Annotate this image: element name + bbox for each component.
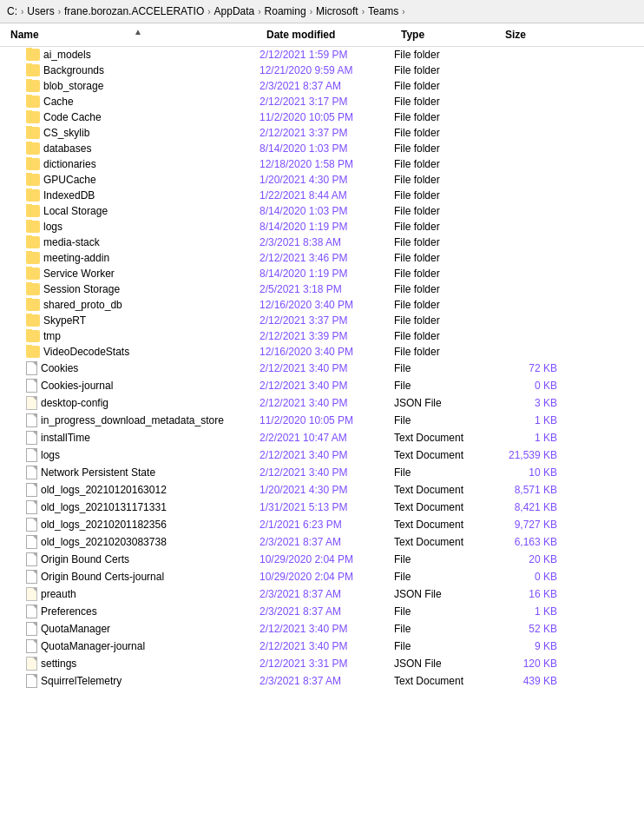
file-size (495, 257, 564, 259)
folder-icon (26, 346, 40, 358)
table-row[interactable]: old_logs_20210201182356 2/1/2021 6:23 PM… (0, 516, 644, 533)
table-row[interactable]: databases 8/14/2020 1:03 PM File folder (0, 141, 644, 156)
file-date: 8/14/2020 1:03 PM (256, 142, 391, 155)
json-file-icon (26, 587, 37, 601)
file-size (495, 69, 564, 71)
file-size (495, 320, 564, 321)
file-name: logs (41, 449, 60, 461)
file-name: VideoDecodeStats (43, 346, 129, 358)
json-file-icon (26, 657, 37, 671)
file-type: Text Document (391, 431, 495, 445)
table-row[interactable]: tmp 2/12/2021 3:39 PM File folder (0, 328, 644, 344)
breadcrumb-users[interactable]: Users (27, 5, 54, 17)
breadcrumb-user[interactable]: frane.borozan.ACCELERATIO (64, 5, 204, 17)
col-header-date[interactable]: Date modified (263, 25, 398, 44)
table-row[interactable]: Origin Bound Certs 10/29/2020 2:04 PM Fi… (0, 551, 644, 568)
file-name: CS_skylib (43, 127, 89, 139)
file-type: File folder (391, 95, 495, 109)
file-date: 2/12/2021 3:37 PM (256, 126, 391, 140)
file-name: Cookies (41, 362, 78, 374)
file-date: 2/3/2021 8:38 AM (256, 235, 391, 249)
table-row[interactable]: Local Storage 8/14/2020 1:03 PM File fol… (0, 203, 644, 219)
folder-icon (26, 96, 40, 108)
table-row[interactable]: shared_proto_db 12/16/2020 3:40 PM File … (0, 297, 644, 313)
file-name: logs (43, 221, 62, 233)
file-date: 2/1/2021 6:23 PM (256, 518, 391, 532)
table-row[interactable]: Backgrounds 12/21/2020 9:59 AM File fold… (0, 63, 644, 78)
file-date: 2/12/2021 3:39 PM (256, 329, 391, 343)
file-name: QuotaManager (41, 623, 110, 635)
breadcrumb-roaming[interactable]: Roaming (265, 5, 306, 17)
table-row[interactable]: old_logs_20210120163012 1/20/2021 4:30 P… (0, 481, 644, 499)
file-size (495, 85, 564, 87)
file-type: File (391, 466, 495, 479)
table-row[interactable]: QuotaManager 2/12/2021 3:40 PM File 52 K… (0, 620, 644, 638)
table-row[interactable]: old_logs_20210131171331 1/31/2021 5:13 P… (0, 499, 644, 516)
file-icon (26, 674, 37, 688)
file-icon (26, 570, 37, 584)
file-name: Cache (43, 96, 74, 108)
file-date: 2/2/2021 10:47 AM (256, 431, 391, 445)
table-row[interactable]: desktop-config 2/12/2021 3:40 PM JSON Fi… (0, 394, 644, 412)
file-name: Local Storage (43, 205, 108, 217)
breadcrumb-teams[interactable]: Teams (368, 5, 398, 17)
col-header-size[interactable]: Size (502, 25, 571, 44)
table-row[interactable]: SquirrelTelemetry 2/3/2021 8:37 AM Text … (0, 672, 644, 690)
table-row[interactable]: in_progress_download_metadata_store 11/2… (0, 412, 644, 429)
table-row[interactable]: meeting-addin 2/12/2021 3:46 PM File fol… (0, 250, 644, 266)
table-row[interactable]: blob_storage 2/3/2021 8:37 AM File folde… (0, 78, 644, 94)
file-type: Text Document (391, 500, 495, 514)
file-name: installTime (41, 432, 90, 444)
table-row[interactable]: Cache 2/12/2021 3:17 PM File folder (0, 94, 644, 109)
file-type: File folder (391, 48, 495, 62)
table-row[interactable]: GPUCache 1/20/2021 4:30 PM File folder (0, 172, 644, 188)
table-row[interactable]: CS_skylib 2/12/2021 3:37 PM File folder (0, 125, 644, 141)
file-type: File folder (391, 220, 495, 234)
table-row[interactable]: media-stack 2/3/2021 8:38 AM File folder (0, 235, 644, 250)
file-type: File (391, 605, 495, 618)
table-row[interactable]: Session Storage 2/5/2021 3:18 PM File fo… (0, 281, 644, 297)
folder-icon (26, 268, 40, 280)
file-size: 1 KB (495, 605, 564, 618)
file-type: File folder (391, 110, 495, 124)
table-row[interactable]: Cookies-journal 2/12/2021 3:40 PM File 0… (0, 377, 644, 394)
table-row[interactable]: VideoDecodeStats 12/16/2020 3:40 PM File… (0, 344, 644, 360)
table-row[interactable]: Network Persistent State 2/12/2021 3:40 … (0, 464, 644, 481)
breadcrumb[interactable]: C: › Users › frane.borozan.ACCELERATIO ›… (0, 0, 644, 23)
breadcrumb-microsoft[interactable]: Microsoft (316, 5, 358, 17)
table-row[interactable]: Cookies 2/12/2021 3:40 PM File 72 KB (0, 360, 644, 377)
folder-icon (26, 283, 40, 295)
table-row[interactable]: ai_models 2/12/2021 1:59 PM File folder (0, 47, 644, 63)
table-row[interactable]: preauth 2/3/2021 8:37 AM JSON File 16 KB (0, 585, 644, 603)
folder-icon (26, 314, 40, 327)
table-row[interactable]: logs 2/12/2021 3:40 PM Text Document 21,… (0, 446, 644, 464)
file-size: 0 KB (495, 570, 564, 584)
file-name: desktop-config (41, 397, 108, 409)
folder-icon (26, 189, 40, 202)
file-date: 1/20/2021 4:30 PM (256, 483, 391, 497)
file-size: 1 KB (495, 431, 564, 445)
table-row[interactable]: QuotaManager-journal 2/12/2021 3:40 PM F… (0, 638, 644, 655)
folder-icon (26, 252, 40, 264)
table-row[interactable]: old_logs_20210203083738 2/3/2021 8:37 AM… (0, 533, 644, 551)
file-size (495, 335, 564, 337)
file-type: Text Document (391, 518, 495, 532)
table-row[interactable]: Code Cache 11/2/2020 10:05 PM File folde… (0, 109, 644, 125)
file-type: File (391, 552, 495, 566)
file-type: Text Document (391, 483, 495, 497)
table-row[interactable]: IndexedDB 1/22/2021 8:44 AM File folder (0, 188, 644, 203)
table-row[interactable]: Service Worker 8/14/2020 1:19 PM File fo… (0, 266, 644, 281)
table-row[interactable]: settings 2/12/2021 3:31 PM JSON File 120… (0, 655, 644, 672)
table-row[interactable]: dictionaries 12/18/2020 1:58 PM File fol… (0, 156, 644, 172)
table-row[interactable]: logs 8/14/2020 1:19 PM File folder (0, 219, 644, 235)
table-row[interactable]: Preferences 2/3/2021 8:37 AM File 1 KB (0, 603, 644, 620)
table-row[interactable]: installTime 2/2/2021 10:47 AM Text Docum… (0, 429, 644, 446)
breadcrumb-drive[interactable]: C: (7, 5, 17, 17)
table-row[interactable]: SkypeRT 2/12/2021 3:37 PM File folder (0, 313, 644, 328)
file-date: 2/12/2021 3:37 PM (256, 314, 391, 327)
file-type: Text Document (391, 674, 495, 688)
breadcrumb-appdata[interactable]: AppData (214, 5, 255, 17)
col-header-type[interactable]: Type (398, 25, 502, 44)
file-date: 2/12/2021 3:46 PM (256, 251, 391, 265)
table-row[interactable]: Origin Bound Certs-journal 10/29/2020 2:… (0, 568, 644, 585)
